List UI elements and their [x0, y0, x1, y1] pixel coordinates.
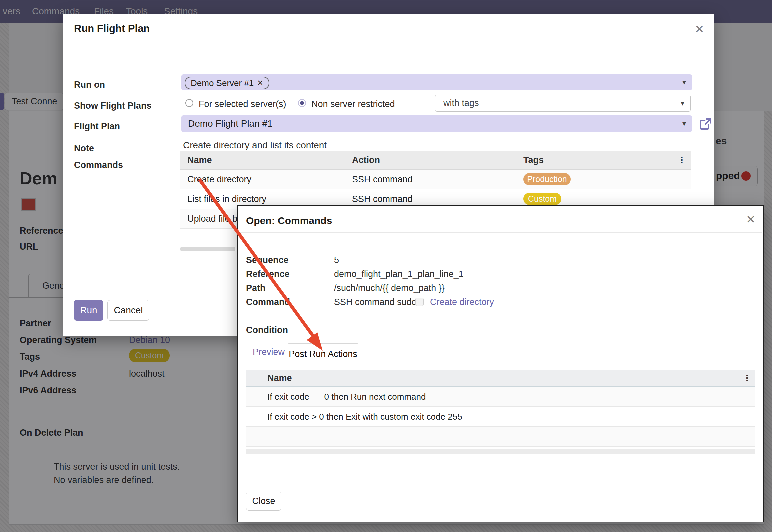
cancel-button[interactable]: Cancel	[107, 300, 149, 321]
col-name[interactable]: Name	[267, 373, 292, 383]
tags-filter-select[interactable]: with tags ▾	[435, 95, 691, 112]
flight-plan-label: Flight Plan	[74, 121, 120, 132]
flight-plan-value: Demo Flight Plan #1	[188, 118, 273, 129]
commands-label: Commands	[74, 160, 123, 170]
open-modal-title: Open: Commands	[246, 215, 332, 226]
tab-post-run-actions[interactable]: Post Run Actions	[287, 343, 359, 364]
flight-plan-select[interactable]: Demo Flight Plan #1 ▾	[181, 115, 692, 132]
flight-plan-description: Create directory and list its content	[183, 140, 327, 151]
commands-table-header: Name Action Tags ⋮	[180, 151, 691, 170]
col-name[interactable]: Name	[187, 155, 212, 165]
table-row[interactable]: If exit code == 0 then Run next command	[246, 387, 755, 407]
run-modal-close-icon[interactable]: ✕	[695, 23, 704, 35]
condition-divider	[329, 322, 329, 339]
radio-selected-servers[interactable]	[185, 99, 193, 107]
chevron-down-icon[interactable]: ▾	[682, 119, 686, 128]
condition-label: Condition	[246, 325, 288, 335]
post-run-actions-table: Name ⋮ If exit code == 0 then Run next c…	[246, 370, 755, 447]
reference-value: demo_flight_plan_1_plan_line_1	[334, 269, 464, 279]
server-tag-chip[interactable]: Demo Server #1 ✕	[185, 77, 269, 89]
col-tags[interactable]: Tags	[523, 155, 544, 165]
show-flight-plans-label: Show Flight Plans	[74, 101, 152, 111]
row-name: If exit code == 0 then Run next command	[267, 392, 426, 402]
run-modal-label-divider	[173, 142, 173, 261]
screen: vers Commands Files Tools Settings Test …	[0, 0, 772, 532]
row-action: SSH command	[352, 194, 413, 204]
table-options-icon[interactable]: ⋮	[677, 155, 686, 165]
run-button[interactable]: Run	[74, 300, 103, 321]
row-name: Upload file by	[187, 214, 242, 224]
table-footer-strip	[246, 449, 755, 454]
tag-custom-badge: Custom	[523, 193, 561, 205]
run-modal-title: Run Flight Plan	[74, 23, 150, 35]
external-link-icon[interactable]	[699, 117, 712, 131]
radio-non-server-restricted[interactable]	[298, 99, 306, 107]
command-label: Command	[246, 297, 290, 307]
sequence-value: 5	[334, 255, 339, 265]
table-row[interactable]: If exit code > 0 then Exit with custom e…	[246, 407, 755, 427]
path-label: Path	[246, 283, 266, 293]
server-tag-label: Demo Server #1	[191, 78, 254, 88]
run-on-label: Run on	[74, 80, 105, 90]
run-modal-header-divider	[63, 46, 714, 46]
sequence-label: Sequence	[246, 255, 289, 265]
command-value: SSH command sudo	[334, 297, 417, 307]
radio-non-server-restricted-label[interactable]: Non server restricted	[311, 99, 395, 109]
horizontal-scrollbar[interactable]	[180, 247, 235, 251]
run-on-select[interactable]: Demo Server #1 ✕ ▾	[181, 74, 692, 90]
chevron-down-icon[interactable]: ▾	[682, 78, 686, 87]
close-button[interactable]: Close	[246, 492, 281, 511]
command-checkbox[interactable]	[415, 298, 424, 306]
post-table-header: Name ⋮	[246, 370, 755, 387]
chevron-down-icon[interactable]: ▾	[681, 99, 684, 108]
radio-selected-servers-label[interactable]: For selected server(s)	[199, 99, 286, 109]
row-name: Create directory	[187, 174, 251, 185]
open-modal-header-divider	[238, 232, 762, 233]
col-action[interactable]: Action	[352, 155, 380, 165]
table-row-empty	[246, 427, 755, 447]
tag-production-badge: Production	[523, 173, 571, 185]
note-label: Note	[74, 143, 94, 154]
table-row[interactable]: Create directory SSH command Production	[180, 170, 691, 189]
table-options-icon[interactable]: ⋮	[743, 373, 751, 383]
row-name: List files in directory	[187, 194, 266, 204]
row-action: SSH command	[352, 174, 413, 185]
reference-label: Reference	[246, 269, 290, 279]
row-name: If exit code > 0 then Exit with custom e…	[267, 412, 462, 422]
path-value: /such/much/{{ demo_path }}	[334, 283, 445, 293]
tags-filter-value: with tags	[443, 98, 479, 108]
open-commands-modal: Open: Commands ✕ Sequence Reference Path…	[237, 205, 764, 522]
open-modal-footer-divider	[238, 482, 762, 482]
open-modal-label-divider	[329, 252, 329, 312]
tab-preview[interactable]: Preview	[253, 347, 285, 357]
remove-tag-icon[interactable]: ✕	[257, 79, 263, 87]
command-create-directory-link[interactable]: Create directory	[430, 297, 494, 307]
open-modal-close-icon[interactable]: ✕	[746, 214, 756, 225]
